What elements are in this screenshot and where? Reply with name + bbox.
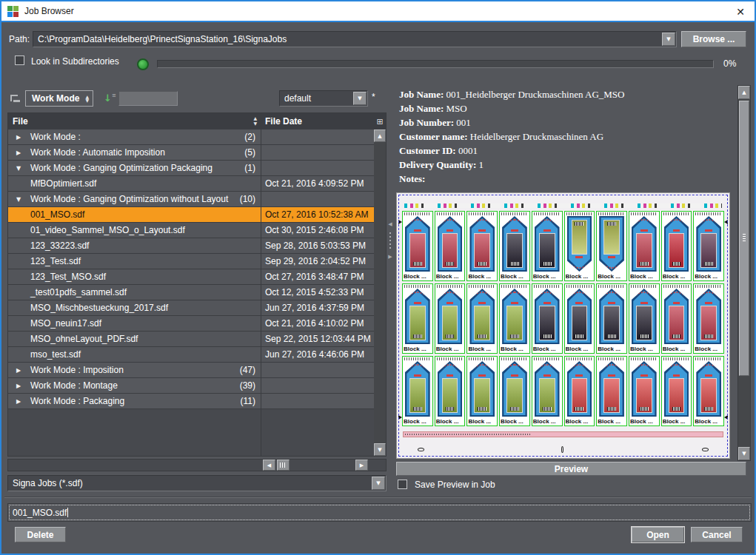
- preview-label: Block ...: [402, 356, 433, 426]
- scroll-down-icon[interactable]: ▼: [374, 443, 386, 456]
- job-info-line: Notes:: [399, 172, 725, 186]
- table-row[interactable]: 01_video_Sammel_MSO_o_Layout.sdfOct 30, …: [8, 223, 374, 238]
- path-combobox[interactable]: C:\ProgramData\Heidelberg\PrinectSignaSt…: [33, 31, 677, 47]
- file-name: 123_Test_MSO.sdf: [30, 272, 106, 282]
- column-divider[interactable]: [261, 113, 261, 456]
- table-row-group[interactable]: ▶Work Mode : Packaging(11): [8, 394, 374, 409]
- file-name: MSO_Mischbestueckung_2017.sdf: [30, 303, 168, 313]
- column-header-date[interactable]: File Date: [261, 113, 374, 130]
- table-row-group[interactable]: ▼Work Mode : Ganging Optimization Packag…: [8, 161, 374, 176]
- table-row-group[interactable]: ▶Work Mode : Imposition(47): [8, 363, 374, 378]
- file-name: _test01pdfs_sammel.sdf: [30, 287, 127, 297]
- scroll-right-icon[interactable]: ▶: [355, 460, 368, 471]
- table-row[interactable]: MSO_neuin17.sdfOct 21, 2016 4:10:02 PM: [8, 316, 374, 332]
- chevron-down-icon[interactable]: ▼: [372, 477, 385, 490]
- collapse-icon[interactable]: ▼: [13, 165, 24, 172]
- preview-label: Block ...: [435, 283, 466, 354]
- filter-input[interactable]: [118, 91, 178, 106]
- scroll-left-icon[interactable]: ◀: [263, 460, 275, 471]
- file-type-value: Signa Jobs (*.sdf): [8, 478, 87, 488]
- sort-icon[interactable]: ↓≡: [104, 92, 116, 104]
- preview-label: Block ...: [693, 211, 724, 281]
- file-name: MSO_neuin17.sdf: [30, 318, 101, 329]
- table-row[interactable]: 123_Test_MSO.sdfOct 27, 2016 3:48:47 PM: [8, 269, 374, 285]
- spinner-icon[interactable]: ▲▼: [85, 95, 89, 102]
- table-row[interactable]: _test01pdfs_sammel.sdfOct 12, 2015 4:52:…: [8, 285, 374, 300]
- group-label: Work Mode : Ganging Optimization Packagi…: [30, 163, 213, 173]
- cancel-button[interactable]: Cancel: [691, 527, 743, 542]
- expand-icon[interactable]: ▶: [13, 398, 24, 405]
- collapse-right-icon[interactable]: ▶: [388, 253, 392, 260]
- profile-value: default: [280, 93, 315, 104]
- preview-button[interactable]: Preview: [396, 462, 746, 476]
- table-header: File ▲▼ File Date: [8, 113, 374, 130]
- expand-icon[interactable]: ▶: [13, 149, 24, 156]
- collapse-icon[interactable]: ▼: [13, 196, 24, 203]
- profile-combobox[interactable]: default ▼: [279, 90, 368, 107]
- table-row[interactable]: 123_33223.sdfSep 28, 2016 5:03:53 PM: [8, 238, 374, 254]
- preview-label: Block ...: [564, 211, 595, 281]
- file-type-combobox[interactable]: Signa Jobs (*.sdf) ▼: [7, 475, 387, 491]
- expand-icon[interactable]: ▶: [13, 383, 24, 389]
- table-row-group[interactable]: ▼Work Mode : Ganging Optimization withou…: [8, 192, 374, 207]
- group-label: Work Mode :: [30, 132, 81, 142]
- preview-label: Block ...: [661, 283, 692, 354]
- look-in-subdirectories-checkbox[interactable]: [15, 56, 24, 65]
- column-picker-icon[interactable]: ⊞: [374, 113, 386, 130]
- title-bar[interactable]: Job Browser ✕: [1, 1, 755, 22]
- file-name: 123_Test.sdf: [30, 256, 81, 266]
- file-table: File ▲▼ File Date ⊞ ▶Work Mode :(2)▶Work…: [7, 112, 387, 457]
- filename-input[interactable]: 001_MSO.sdf: [7, 503, 752, 522]
- preview-label: Block ...: [466, 283, 498, 354]
- close-icon[interactable]: ✕: [734, 5, 747, 18]
- table-row[interactable]: MfBOptimiert.sdfOct 21, 2016 4:09:52 PM: [8, 176, 374, 192]
- work-mode-select[interactable]: Work Mode ▲▼: [25, 90, 93, 107]
- expand-icon[interactable]: ▶: [13, 367, 24, 374]
- profile-modified-star: *: [372, 92, 375, 102]
- sort-indicator-icon[interactable]: ▲▼: [253, 115, 257, 126]
- splitter-grip[interactable]: [389, 232, 391, 249]
- group-label: Work Mode : Packaging: [30, 396, 124, 406]
- table-row-group[interactable]: ▶Work Mode :(2): [8, 130, 374, 145]
- scroll-up-icon[interactable]: ▲: [738, 86, 750, 99]
- preview-vertical-scrollbar[interactable]: ▲ ▼: [737, 85, 751, 461]
- table-row[interactable]: mso_test.sdfJun 27, 2016 4:46:06 PM: [8, 347, 374, 363]
- column-header-file[interactable]: File ▲▼: [8, 113, 261, 130]
- file-date: Sep 29, 2016 2:04:52 PM: [261, 254, 374, 269]
- table-row-group[interactable]: ▶Work Mode : Montage(39): [8, 378, 374, 394]
- group-count: (11): [241, 396, 261, 406]
- scrollbar-thumb[interactable]: [277, 460, 290, 471]
- file-date: Oct 21, 2016 4:10:02 PM: [261, 316, 374, 331]
- collapse-left-icon[interactable]: ◀: [388, 221, 392, 228]
- table-row[interactable]: 123_Test.sdfSep 29, 2016 2:04:52 PM: [8, 254, 374, 269]
- chevron-down-icon[interactable]: ▼: [662, 33, 675, 46]
- scroll-up-icon[interactable]: ▲: [374, 130, 386, 142]
- delete-button[interactable]: Delete: [15, 527, 66, 542]
- chevron-down-icon[interactable]: ▼: [353, 92, 367, 105]
- group-tree-icon[interactable]: [10, 95, 22, 104]
- registration-mark: [702, 448, 709, 451]
- table-row[interactable]: 001_MSO.sdfOct 27, 2016 10:52:38 AM: [8, 207, 374, 223]
- preview-label: Block ...: [466, 356, 498, 426]
- look-in-subdirectories-label: Look in Subdirectories: [31, 56, 119, 67]
- save-preview-checkbox[interactable]: [398, 480, 407, 489]
- preview-label: Block ...: [661, 356, 692, 426]
- browse-button[interactable]: Browse ...: [681, 31, 746, 47]
- scan-progress-bar: [157, 60, 714, 68]
- table-row-group[interactable]: ▶Work Mode : Automatic Imposition(5): [8, 145, 374, 161]
- table-row[interactable]: MSO_ohneLayout_PDF.sdfSep 22, 2015 12:03…: [8, 332, 374, 347]
- open-button[interactable]: Open: [632, 527, 684, 542]
- table-vertical-scrollbar[interactable]: ▲ ▼: [374, 130, 386, 456]
- scroll-down-icon[interactable]: ▼: [738, 447, 750, 460]
- app-icon: [7, 6, 19, 17]
- preview-label: Block ...: [596, 211, 627, 281]
- scrollbar-thumb[interactable]: [739, 101, 749, 376]
- table-row[interactable]: MSO_Mischbestueckung_2017.sdfJun 27, 201…: [8, 300, 374, 316]
- file-name: 123_33223.sdf: [30, 240, 89, 251]
- file-date: Sep 22, 2015 12:03:44 PM: [261, 332, 374, 346]
- expand-icon[interactable]: ▶: [13, 134, 24, 141]
- file-name: MfBOptimiert.sdf: [30, 178, 96, 189]
- table-horizontal-scrollbar[interactable]: ◀ ▶: [7, 459, 387, 471]
- panel-splitter[interactable]: ◀ ▶: [387, 221, 393, 272]
- color-calibration-strip: [404, 204, 722, 208]
